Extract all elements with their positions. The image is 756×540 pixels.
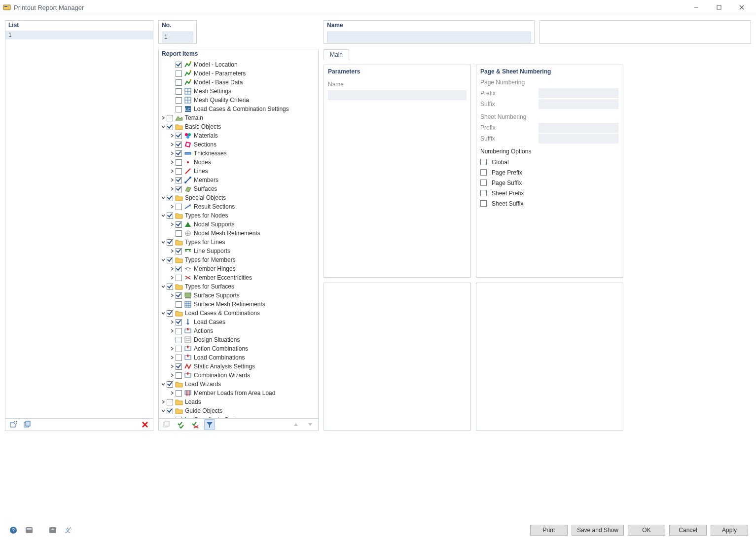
tree-checkbox[interactable] bbox=[176, 106, 182, 112]
tree-expander-icon[interactable] bbox=[169, 247, 176, 255]
tree-node[interactable]: Design Situations bbox=[160, 335, 318, 344]
tree-node[interactable]: Actions bbox=[160, 326, 318, 335]
tree-checkbox[interactable] bbox=[176, 301, 182, 308]
tree-node[interactable]: Static Analysis Settings bbox=[160, 362, 318, 371]
tree-checkbox[interactable] bbox=[176, 319, 182, 325]
tree-uncheckall-button[interactable] bbox=[190, 419, 201, 430]
tree-node[interactable]: Nodal Supports bbox=[160, 220, 318, 229]
tree-expander-icon[interactable] bbox=[160, 238, 167, 247]
tree-node[interactable]: Line Supports bbox=[160, 247, 318, 255]
tree-checkbox[interactable] bbox=[176, 133, 182, 139]
tree-node[interactable]: Model - Location bbox=[160, 60, 318, 69]
tree-copy-button[interactable] bbox=[161, 419, 172, 430]
tree-checkbox[interactable] bbox=[176, 372, 182, 379]
no-input[interactable]: 1 bbox=[162, 32, 193, 42]
tree-checkbox[interactable] bbox=[176, 390, 182, 396]
tree-checkbox[interactable] bbox=[176, 97, 182, 104]
tree-expander-icon[interactable] bbox=[160, 282, 167, 291]
translate-icon[interactable]: 文A bbox=[63, 525, 74, 536]
tree-checkbox[interactable] bbox=[176, 248, 182, 254]
tree-checkbox[interactable] bbox=[176, 328, 182, 334]
tree-expander-icon[interactable] bbox=[169, 202, 176, 211]
tree-checkbox[interactable] bbox=[176, 363, 182, 370]
tree-checkbox[interactable] bbox=[176, 292, 182, 299]
tree-checkbox[interactable] bbox=[176, 177, 182, 183]
tree-checkbox[interactable] bbox=[176, 417, 182, 419]
tree-checkbox[interactable] bbox=[176, 266, 182, 272]
tab-main[interactable]: Main bbox=[324, 49, 349, 60]
tree-node[interactable]: Materials bbox=[160, 131, 318, 140]
tree-expander-icon[interactable] bbox=[160, 380, 167, 389]
tree-node[interactable]: Combination Wizards bbox=[160, 371, 318, 380]
cancel-button[interactable]: Cancel bbox=[669, 525, 707, 536]
tree-node[interactable]: Thicknesses bbox=[160, 149, 318, 158]
tree-checkbox[interactable] bbox=[167, 310, 173, 317]
param-name-input[interactable] bbox=[328, 90, 467, 100]
tree-checkall-button[interactable] bbox=[176, 419, 186, 430]
tree-node[interactable]: Members bbox=[160, 176, 318, 184]
tree-checkbox[interactable] bbox=[176, 88, 182, 95]
tree-node[interactable]: Types for Lines bbox=[160, 238, 318, 247]
tree-checkbox[interactable] bbox=[176, 150, 182, 157]
print-button[interactable]: Print bbox=[530, 525, 568, 536]
apply-button[interactable]: Apply bbox=[711, 525, 748, 536]
tree-expander-icon[interactable] bbox=[169, 371, 176, 380]
tree-checkbox[interactable] bbox=[167, 381, 173, 388]
tree-expander-icon[interactable] bbox=[169, 158, 176, 167]
tree-node[interactable]: Special Objects bbox=[160, 193, 318, 202]
save-and-show-button[interactable]: Save and Show bbox=[572, 525, 624, 536]
minimize-button[interactable] bbox=[685, 0, 708, 15]
tree-checkbox[interactable] bbox=[176, 355, 182, 361]
close-button[interactable] bbox=[730, 0, 753, 15]
tree-node[interactable]: Action Combinations bbox=[160, 344, 318, 353]
settings-icon[interactable] bbox=[24, 525, 35, 536]
tree-node[interactable]: Nodes bbox=[160, 158, 318, 167]
tree-expander-icon[interactable] bbox=[169, 264, 176, 273]
tree-node[interactable]: Basic Objects bbox=[160, 122, 318, 131]
tree-node[interactable]: Types for Nodes bbox=[160, 211, 318, 220]
list-body[interactable]: 1 bbox=[5, 31, 153, 418]
tree-node[interactable]: Loads bbox=[160, 397, 318, 406]
tree-expander-icon[interactable] bbox=[160, 255, 167, 264]
tree-expander-icon[interactable] bbox=[160, 113, 167, 122]
tree-node[interactable]: Guide Objects bbox=[160, 406, 318, 415]
tree-node[interactable]: Surface Mesh Refinements bbox=[160, 300, 318, 309]
tree-expander-icon[interactable] bbox=[169, 389, 176, 397]
page-suffix-input[interactable] bbox=[539, 99, 618, 109]
tree-node[interactable]: Load Combinations bbox=[160, 353, 318, 362]
delete-list-button[interactable] bbox=[140, 419, 150, 430]
tree-node[interactable]: Member Eccentricities bbox=[160, 273, 318, 282]
new-list-button[interactable] bbox=[8, 419, 19, 430]
name-input[interactable] bbox=[327, 32, 531, 42]
export-icon[interactable] bbox=[47, 525, 58, 536]
option-checkbox[interactable] bbox=[480, 180, 487, 186]
tree-checkbox[interactable] bbox=[176, 275, 182, 281]
tree-node[interactable]: Model - Base Data bbox=[160, 78, 318, 87]
sheet-suffix-input[interactable] bbox=[539, 134, 618, 144]
tree-checkbox[interactable] bbox=[176, 79, 182, 86]
tree-checkbox[interactable] bbox=[176, 159, 182, 166]
tree-expander-icon[interactable] bbox=[160, 397, 167, 406]
tree-node[interactable]: Mesh Quality Criteria bbox=[160, 96, 318, 105]
tree-expander-icon[interactable] bbox=[169, 344, 176, 353]
numbering-option[interactable]: Page Prefix bbox=[480, 167, 619, 178]
tree-expander-icon[interactable] bbox=[169, 184, 176, 193]
tree-checkbox[interactable] bbox=[176, 204, 182, 210]
tree-expander-icon[interactable] bbox=[169, 353, 176, 362]
tree-expander-icon[interactable] bbox=[169, 220, 176, 229]
report-items-tree[interactable]: Model - LocationModel - ParametersModel … bbox=[159, 59, 318, 418]
tree-node[interactable]: Types for Members bbox=[160, 255, 318, 264]
tree-node[interactable]: Model - Parameters bbox=[160, 69, 318, 78]
tree-node[interactable]: Sections bbox=[160, 140, 318, 149]
tree-checkbox[interactable] bbox=[167, 408, 173, 414]
tree-expander-icon[interactable] bbox=[160, 406, 167, 415]
tree-expander-icon[interactable] bbox=[160, 309, 167, 318]
numbering-option[interactable]: Page Suffix bbox=[480, 178, 619, 188]
numbering-option[interactable]: Sheet Suffix bbox=[480, 198, 619, 209]
tree-node[interactable]: Result Sections bbox=[160, 202, 318, 211]
tree-node[interactable]: Member Loads from Area Load bbox=[160, 389, 318, 397]
tree-checkbox[interactable] bbox=[167, 284, 173, 290]
tree-expander-icon[interactable] bbox=[169, 291, 176, 300]
tree-node[interactable]: Member Hinges bbox=[160, 264, 318, 273]
tree-checkbox[interactable] bbox=[167, 115, 173, 121]
